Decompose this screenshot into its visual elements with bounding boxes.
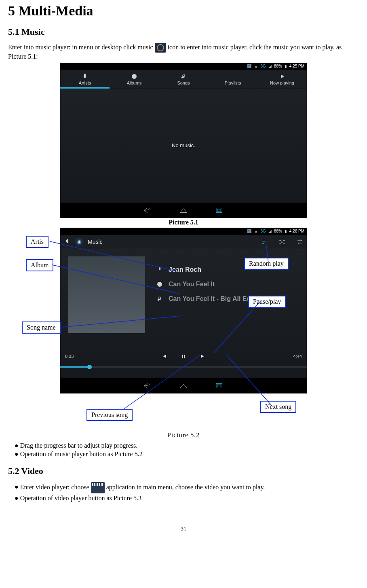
play-icon — [279, 73, 285, 80]
nav-home-icon[interactable] — [178, 382, 189, 389]
tab-artists[interactable]: Artists — [60, 70, 110, 89]
bluetooth-icon: 🅱 — [247, 64, 251, 68]
back-button[interactable] — [63, 237, 71, 246]
nav-home-icon[interactable] — [178, 207, 189, 214]
tab-label: Songs — [177, 80, 190, 85]
music-intro-text-before: Enter into music player: in menu or desk… — [8, 44, 155, 51]
annotation-previous-song: Previous song — [86, 409, 133, 421]
heading-music: 5.1 Music — [8, 27, 359, 37]
bullet-music-buttons: Operation of music player button as Pict… — [15, 451, 359, 458]
music-app-icon: ◉ — [75, 237, 84, 246]
bluetooth-icon: 🅱 — [247, 229, 251, 233]
system-navbar — [60, 203, 307, 218]
album-art — [68, 256, 145, 333]
tab-label: Albums — [127, 80, 142, 85]
status-bar: 🅱 ▲ 3G ◢ 88% ▮ 4:25 PM — [60, 63, 307, 70]
controls-row: 0:33 4:44 — [60, 346, 307, 366]
tab-now-playing[interactable]: Now playing — [257, 70, 307, 89]
note-icon — [156, 296, 163, 302]
bullet-video-buttons: Operation of video player button as Pict… — [15, 495, 359, 502]
svg-point-7 — [159, 283, 160, 285]
empty-state-text: No music. — [60, 89, 307, 202]
svg-rect-8 — [182, 355, 183, 358]
battery-icon: ▮ — [285, 229, 287, 233]
battery-label: 88% — [274, 229, 282, 233]
music-intro-paragraph: Enter into music player: in menu or desk… — [8, 43, 359, 61]
signal-bars-icon: ◢ — [268, 64, 272, 68]
signal-icon: ▲ — [254, 229, 258, 233]
battery-label: 88% — [274, 64, 282, 68]
nav-recent-icon[interactable] — [213, 207, 225, 214]
disc-icon — [131, 73, 137, 80]
pause-button[interactable] — [181, 353, 186, 359]
heading-video: 5.2 Video — [8, 466, 359, 476]
note-icon — [180, 73, 187, 80]
nav-back-icon[interactable] — [142, 207, 154, 214]
music-tabs: Artists Albums Songs Playlists Now playi… — [60, 70, 307, 89]
bullet-enter-video: Enter video player: choose application i… — [15, 482, 359, 493]
bullet-drag-progress: Drag the progress bar to adjust play pro… — [15, 442, 359, 449]
video-player-icon — [91, 482, 105, 493]
svg-rect-11 — [217, 385, 221, 387]
caption-picture-5-2: Picture 5.2 — [8, 431, 359, 439]
svg-rect-3 — [216, 208, 222, 212]
system-navbar — [60, 378, 307, 393]
song-name: Can You Feel It - Big Ali Edit — [169, 295, 255, 302]
svg-point-2 — [134, 76, 135, 77]
tab-label: Artists — [79, 80, 91, 85]
tab-playlists[interactable]: Playlists — [208, 70, 257, 89]
annotation-artist: Artis — [26, 236, 49, 248]
video-intro-after: application in main menu, choose the vid… — [106, 483, 265, 490]
annotation-next-song: Next song — [260, 401, 296, 413]
disc-icon — [156, 281, 163, 288]
now-playing-header: ◉ Music — [60, 235, 307, 249]
svg-rect-10 — [216, 383, 222, 388]
mic-icon — [82, 73, 88, 80]
clock-label: 4:26 PM — [289, 229, 304, 233]
artist-name: Jean Roch — [169, 266, 201, 273]
music-app-icon — [155, 43, 166, 53]
network-label: 3G — [260, 64, 266, 68]
mic-icon — [156, 267, 163, 273]
signal-icon: ▲ — [254, 64, 258, 68]
svg-rect-5 — [159, 267, 160, 270]
album-row: Can You Feel It — [156, 281, 299, 288]
network-label: 3G — [260, 229, 266, 233]
list-icon — [230, 73, 236, 80]
signal-bars-icon: ◢ — [268, 229, 272, 233]
caption-picture-5-1: Picture 5.1 — [8, 219, 359, 226]
screenshot-music-tabs: 🅱 ▲ 3G ◢ 88% ▮ 4:25 PM Artists Albums So… — [60, 63, 307, 218]
video-intro-before: Enter video player: choose — [20, 483, 91, 490]
annotation-song-name: Song name — [22, 321, 61, 334]
nav-recent-icon[interactable] — [213, 382, 225, 389]
repeat-icon[interactable] — [296, 238, 304, 245]
status-bar: 🅱 ▲ 3G ◢ 88% ▮ 4:26 PM — [60, 228, 307, 235]
tab-label: Now playing — [270, 80, 294, 85]
svg-rect-4 — [217, 209, 221, 212]
svg-rect-9 — [184, 355, 185, 358]
annotation-random-play: Random play — [244, 258, 289, 270]
page-number: 31 — [8, 526, 359, 533]
queue-icon[interactable] — [261, 238, 268, 245]
annotation-pause-play: Pause/play — [248, 296, 286, 308]
progress-fill — [60, 366, 90, 368]
heading-chapter: 5 Multi-Media — [8, 3, 359, 19]
shuffle-icon[interactable] — [278, 238, 286, 245]
nav-back-icon[interactable] — [142, 382, 154, 389]
elapsed-time: 0:33 — [65, 354, 74, 359]
clock-label: 4:25 PM — [289, 64, 304, 68]
previous-button[interactable] — [161, 353, 167, 359]
album-name: Can You Feel It — [169, 281, 215, 288]
app-title: Music — [88, 239, 103, 245]
next-button[interactable] — [200, 353, 206, 359]
battery-icon: ▮ — [285, 64, 287, 68]
annotation-album: Album — [26, 259, 53, 271]
tab-songs[interactable]: Songs — [159, 70, 208, 89]
tab-label: Playlists — [225, 80, 241, 85]
progress-bar[interactable] — [60, 366, 307, 368]
screenshot-now-playing: 🅱 ▲ 3G ◢ 88% ▮ 4:26 PM ◉ Music J — [60, 228, 307, 393]
tab-albums[interactable]: Albums — [110, 70, 159, 89]
total-time: 4:44 — [293, 354, 302, 359]
